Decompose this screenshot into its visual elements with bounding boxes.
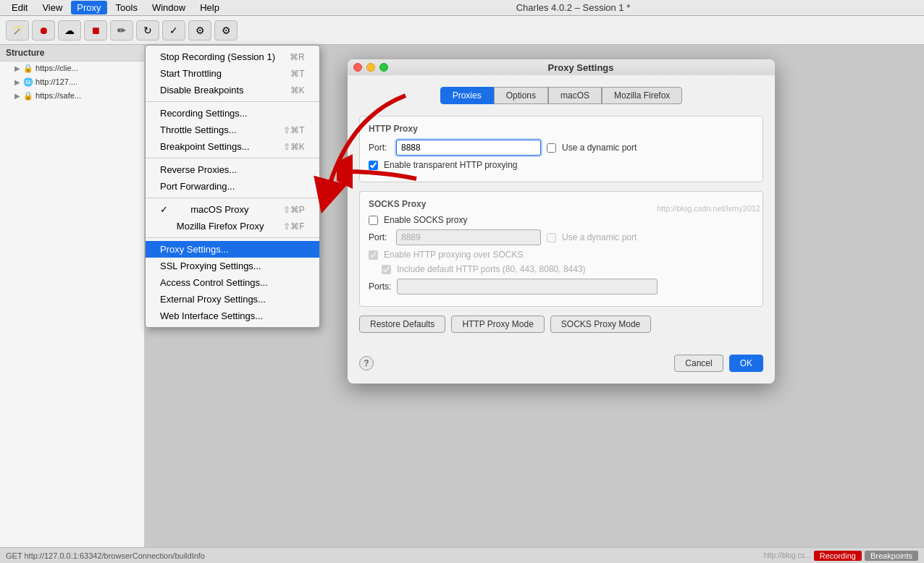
sidebar-tab[interactable]: Structure bbox=[0, 45, 144, 62]
menu-window[interactable]: Window bbox=[146, 1, 191, 14]
separator-2 bbox=[146, 158, 319, 158]
menu-macos-proxy-label: macOS Proxy bbox=[190, 204, 248, 215]
socks-include-ports-checkbox[interactable] bbox=[382, 265, 391, 274]
menu-firefox-proxy[interactable]: Mozilla Firefox Proxy ⇧⌘F bbox=[146, 218, 319, 234]
sidebar-item-1[interactable]: ▶ 🔒 https://clie... bbox=[0, 62, 144, 75]
toolbar-btn-pen[interactable]: ✏ bbox=[110, 20, 133, 41]
socks-port-label: Port: bbox=[369, 232, 390, 242]
menu-start-throttling[interactable]: Start Throttling ⌘T bbox=[146, 65, 319, 82]
recording-badge: Recording bbox=[814, 551, 862, 561]
dialog-titlebar: Proxy Settings bbox=[348, 59, 775, 75]
socks-http-over-socks-checkbox[interactable] bbox=[369, 250, 378, 260]
menu-start-throttling-label: Start Throttling bbox=[160, 68, 222, 79]
proxy-settings-dialog: Proxy Settings Proxies Options macOS Moz… bbox=[348, 59, 775, 384]
toolbar: 🪄 ⏺ ☁ ⏹ ✏ ↻ ✓ ⚙ ⚙ bbox=[0, 16, 924, 45]
dialog-content: Proxies Options macOS Mozilla Firefox HT… bbox=[348, 75, 775, 347]
menu-disable-breakpoints[interactable]: Disable Breakpoints ⌘K bbox=[146, 82, 319, 98]
sidebar-item-3[interactable]: ▶ 🔒 https://safe... bbox=[0, 89, 144, 103]
menu-edit[interactable]: Edit bbox=[6, 1, 33, 14]
separator-3 bbox=[146, 198, 319, 198]
menu-start-throttling-shortcut: ⌘T bbox=[290, 69, 304, 79]
content-area: Stop Recording (Session 1) ⌘R Start Thro… bbox=[145, 45, 924, 547]
menu-throttle-settings[interactable]: Throttle Settings... ⇧⌘T bbox=[146, 122, 319, 138]
menu-access-control-label: Access Control Settings... bbox=[160, 277, 268, 288]
toolbar-btn-stop[interactable]: ⏹ bbox=[84, 20, 107, 41]
menu-disable-breakpoints-shortcut: ⌘K bbox=[290, 85, 305, 96]
socks-dynamic-port-checkbox[interactable] bbox=[547, 233, 556, 242]
menu-proxy-settings[interactable]: Proxy Settings... bbox=[146, 241, 319, 258]
http-proxy-title: HTTP Proxy bbox=[369, 124, 754, 134]
help-button[interactable]: ? bbox=[359, 356, 374, 371]
bottom-bar-right: http://blog.cs... Recording Breakpoints bbox=[764, 551, 918, 561]
traffic-light-red[interactable] bbox=[353, 63, 362, 72]
tab-macos[interactable]: macOS bbox=[548, 87, 602, 104]
socks-http-over-socks-label: Enable HTTP proxying over SOCKS bbox=[384, 250, 524, 260]
http-dynamic-port-checkbox[interactable] bbox=[547, 143, 556, 153]
http-port-input[interactable] bbox=[396, 140, 541, 156]
menu-recording-settings[interactable]: Recording Settings... bbox=[146, 105, 319, 122]
cancel-button[interactable]: Cancel bbox=[674, 355, 723, 372]
socks-enable-label: Enable SOCKS proxy bbox=[384, 215, 467, 225]
toolbar-btn-cloud[interactable]: ☁ bbox=[58, 20, 81, 41]
dialog-action-buttons: Restore Defaults HTTP Proxy Mode SOCKS P… bbox=[359, 316, 763, 333]
toolbar-btn-refresh[interactable]: ↻ bbox=[136, 20, 159, 41]
http-dynamic-port-label: Use a dynamic port bbox=[562, 143, 637, 153]
menu-throttle-settings-shortcut: ⇧⌘T bbox=[283, 125, 304, 135]
expand-icon-1: ▶ bbox=[14, 64, 20, 72]
ok-button[interactable]: OK bbox=[729, 355, 763, 372]
menu-breakpoint-settings-label: Breakpoint Settings... bbox=[160, 141, 250, 152]
http-transparent-row: Enable transparent HTTP proxying bbox=[369, 160, 754, 170]
socks-include-ports-label: Include default HTTP ports (80, 443, 808… bbox=[397, 264, 586, 274]
menu-disable-breakpoints-label: Disable Breakpoints bbox=[160, 85, 244, 96]
menu-tools[interactable]: Tools bbox=[110, 1, 143, 14]
menu-web-interface[interactable]: Web Interface Settings... bbox=[146, 308, 319, 324]
toolbar-btn-tools[interactable]: ⚙ bbox=[188, 20, 211, 41]
http-transparent-checkbox[interactable] bbox=[369, 161, 378, 170]
main-area: Structure ▶ 🔒 https://clie... ▶ 🌐 http:/… bbox=[0, 45, 924, 547]
menu-external-proxy[interactable]: External Proxy Settings... bbox=[146, 291, 319, 308]
socks-ports-label: Ports: bbox=[369, 282, 391, 292]
socks-port-input[interactable] bbox=[396, 229, 541, 245]
socks-proxy-mode-button[interactable]: SOCKS Proxy Mode bbox=[550, 316, 651, 333]
toolbar-btn-check[interactable]: ✓ bbox=[162, 20, 185, 41]
dialog-tabs: Proxies Options macOS Mozilla Firefox bbox=[359, 87, 763, 104]
sidebar: Structure ▶ 🔒 https://clie... ▶ 🌐 http:/… bbox=[0, 45, 145, 547]
toolbar-btn-settings[interactable]: ⚙ bbox=[214, 20, 238, 41]
menu-proxy[interactable]: Proxy bbox=[71, 1, 106, 14]
http-proxy-mode-button[interactable]: HTTP Proxy Mode bbox=[451, 316, 544, 333]
menu-reverse-proxies[interactable]: Reverse Proxies... bbox=[146, 161, 319, 178]
tab-options[interactable]: Options bbox=[494, 87, 548, 104]
toolbar-btn-wand[interactable]: 🪄 bbox=[6, 20, 29, 41]
menu-port-forwarding[interactable]: Port Forwarding... bbox=[146, 178, 319, 195]
menu-stop-recording[interactable]: Stop Recording (Session 1) ⌘R bbox=[146, 48, 319, 65]
socks-http-over-socks-row: Enable HTTP proxying over SOCKS bbox=[369, 250, 754, 260]
tab-proxies[interactable]: Proxies bbox=[440, 87, 494, 104]
sidebar-item-2[interactable]: ▶ 🌐 http://127.... bbox=[0, 75, 144, 89]
http-proxy-section: HTTP Proxy Port: Use a dynamic port Enab… bbox=[359, 116, 763, 182]
socks-ports-input[interactable] bbox=[397, 279, 658, 295]
socks-dynamic-port-label: Use a dynamic port bbox=[562, 232, 637, 242]
expand-icon-2: ▶ bbox=[14, 78, 20, 86]
traffic-light-yellow[interactable] bbox=[366, 63, 375, 72]
menu-macos-proxy[interactable]: ✓ macOS Proxy ⇧⌘P bbox=[146, 201, 319, 218]
menu-ssl-proxying[interactable]: SSL Proxying Settings... bbox=[146, 258, 319, 274]
menu-throttle-settings-label: Throttle Settings... bbox=[160, 124, 237, 135]
restore-defaults-button[interactable]: Restore Defaults bbox=[359, 316, 445, 333]
menu-access-control[interactable]: Access Control Settings... bbox=[146, 274, 319, 291]
status-text: GET http://127.0.0.1:63342/browserConnec… bbox=[6, 551, 205, 560]
sidebar-label-2: 🌐 http://127.... bbox=[23, 77, 77, 87]
traffic-light-green[interactable] bbox=[379, 63, 388, 72]
menu-breakpoint-settings[interactable]: Breakpoint Settings... ⇧⌘K bbox=[146, 138, 319, 155]
dialog-footer-buttons: Cancel OK bbox=[674, 355, 763, 372]
toolbar-btn-record[interactable]: ⏺ bbox=[32, 20, 55, 41]
socks-proxy-section: SOCKS Proxy Enable SOCKS proxy Port: Use… bbox=[359, 191, 763, 307]
http-port-row: Port: Use a dynamic port bbox=[369, 140, 754, 156]
tab-firefox[interactable]: Mozilla Firefox bbox=[602, 87, 682, 104]
menu-help[interactable]: Help bbox=[194, 1, 225, 14]
socks-enable-checkbox[interactable] bbox=[369, 216, 378, 225]
menu-port-forwarding-label: Port Forwarding... bbox=[160, 181, 235, 192]
menu-stop-recording-label: Stop Recording (Session 1) bbox=[160, 51, 275, 62]
sidebar-label-1: 🔒 https://clie... bbox=[23, 64, 78, 73]
menu-view[interactable]: View bbox=[36, 1, 68, 14]
menu-reverse-proxies-label: Reverse Proxies... bbox=[160, 164, 237, 175]
